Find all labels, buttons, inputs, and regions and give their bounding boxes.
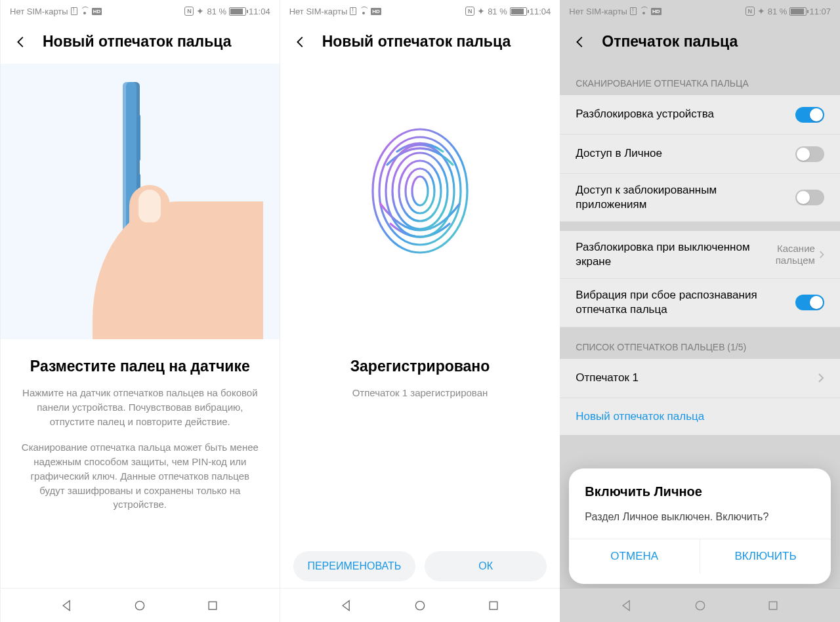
row-fingerprint-1[interactable]: Отпечаток 1 (560, 359, 840, 398)
dialog-enable-button[interactable]: ВКЛЮЧИТЬ (700, 539, 831, 573)
section-label-scan: СКАНИРОВАНИЕ ОТПЕЧАТКА ПАЛЬЦА (560, 64, 840, 95)
svg-rect-1 (209, 602, 217, 610)
row-vibrate-on-fail[interactable]: Вибрация при сбое распознавания отпечатк… (560, 279, 840, 327)
svg-point-8 (412, 176, 428, 205)
screen-fingerprint-settings: Нет SIM-карты HD N ✦ 81 % 11:07 Отпечато… (560, 0, 840, 622)
sim-icon (630, 7, 637, 15)
nav-recent-icon[interactable] (487, 599, 500, 612)
nav-bar (280, 588, 560, 622)
nav-recent-icon[interactable] (206, 599, 219, 612)
enroll-illustration (1, 64, 280, 339)
registered-title: Зарегистрировано (300, 358, 541, 375)
section-label-list: СПИСОК ОТПЕЧАТКОВ ПАЛЬЦЕВ (1/5) (560, 327, 840, 359)
nfc-icon: N (465, 7, 474, 16)
svg-point-0 (136, 601, 144, 610)
header: Отпечаток пальца (560, 22, 840, 64)
nfc-icon: N (184, 7, 194, 16)
instruction-paragraph-2: Сканирование отпечатка пальца может быть… (20, 440, 260, 512)
battery-icon (510, 7, 527, 16)
battery-icon (229, 7, 246, 16)
toggle-vibrate-on-fail[interactable] (795, 295, 824, 310)
clock: 11:04 (530, 7, 551, 16)
page-title: Отпечаток пальца (602, 33, 738, 51)
nav-bar (560, 588, 840, 622)
battery-pct: 81 % (488, 7, 507, 16)
battery-pct: 81 % (207, 7, 226, 16)
row-unlock-screen-off[interactable]: Разблокировка при выключенном экране Кас… (560, 231, 840, 279)
sim-icon (350, 7, 356, 15)
nav-recent-icon[interactable] (766, 599, 780, 612)
bluetooth-icon: ✦ (757, 6, 765, 16)
row-label: Доступ к заблокированным приложениям (576, 183, 772, 212)
back-icon[interactable] (14, 35, 28, 49)
page-title: Новый отпечаток пальца (322, 33, 511, 51)
fingerprint-illustration (280, 64, 560, 339)
bluetooth-icon: ✦ (477, 6, 485, 16)
page-title: Новый отпечаток пальца (43, 33, 232, 51)
carrier-text: Нет SIM-карты (289, 7, 348, 16)
toggle-safe-access[interactable] (795, 146, 824, 162)
status-bar: Нет SIM-карты HD N ✦ 81 % 11:04 (280, 0, 560, 22)
battery-pct: 81 % (768, 7, 788, 16)
svg-point-11 (696, 601, 704, 610)
svg-rect-12 (769, 602, 777, 610)
row-label: Доступ в Личное (576, 146, 662, 161)
wifi-icon (639, 7, 648, 16)
carrier-text: Нет SIM-карты (569, 7, 627, 16)
wifi-icon (80, 7, 89, 16)
svg-point-5 (392, 153, 448, 229)
nav-home-icon[interactable] (694, 599, 707, 612)
dialog-cancel-button[interactable]: ОТМЕНА (569, 539, 700, 573)
battery-icon (789, 7, 807, 16)
toggle-unlock-device[interactable] (795, 107, 824, 123)
svg-point-9 (415, 601, 424, 610)
svg-rect-10 (490, 602, 497, 610)
header: Новый отпечаток пальца (280, 22, 560, 64)
back-icon[interactable] (293, 35, 308, 49)
volte-icon: HD (371, 8, 381, 15)
rename-button[interactable]: ПЕРЕИМЕНОВАТЬ (293, 551, 415, 581)
bluetooth-icon: ✦ (196, 6, 204, 16)
row-unlock-device[interactable]: Разблокировка устройства (560, 95, 840, 135)
volte-icon: HD (651, 8, 662, 15)
header: Новый отпечаток пальца (1, 22, 280, 64)
fingerprint-icon (368, 125, 472, 257)
row-label: Разблокировка при выключенном экране (576, 240, 749, 269)
chevron-right-icon (818, 373, 824, 383)
screen-fingerprint-enroll-step: Нет SIM-карты HD N ✦ 81 % 11:04 Новый от… (0, 0, 280, 622)
toggle-applock-access[interactable] (795, 190, 824, 205)
clock: 11:07 (809, 7, 831, 16)
svg-point-4 (386, 145, 454, 237)
volte-icon: HD (92, 8, 102, 15)
nav-home-icon[interactable] (413, 599, 427, 612)
status-bar: Нет SIM-карты HD N ✦ 81 % 11:07 (560, 0, 840, 22)
svg-point-7 (406, 169, 434, 213)
nav-back-icon[interactable] (60, 599, 74, 612)
row-label: Разблокировка устройства (576, 107, 714, 121)
nav-bar (1, 588, 280, 622)
row-new-fingerprint[interactable]: Новый отпечаток пальца (560, 398, 840, 435)
ok-button[interactable]: ОК (425, 551, 547, 581)
instruction-title: Разместите палец на датчике (20, 358, 260, 375)
nav-back-icon[interactable] (620, 599, 633, 612)
registered-subtitle: Отпечаток 1 зарегистрирован (300, 386, 541, 400)
chevron-right-icon (819, 249, 824, 260)
row-label: Вибрация при сбое распознавания отпечатк… (576, 288, 772, 317)
status-bar: Нет SIM-карты HD N ✦ 81 % 11:04 (1, 0, 280, 22)
dialog-enable-safe: Включить Личное Раздел Личное выключен. … (569, 468, 831, 584)
dialog-message: Раздел Личное выключен. Включить? (585, 510, 815, 524)
back-icon[interactable] (573, 35, 587, 49)
instruction-paragraph-1: Нажмите на датчик отпечатков пальцев на … (20, 386, 260, 428)
carrier-text: Нет SIM-карты (10, 7, 68, 16)
nav-back-icon[interactable] (340, 599, 353, 612)
dialog-title: Включить Личное (585, 484, 815, 499)
sim-icon (71, 7, 77, 15)
row-safe-access[interactable]: Доступ в Личное (560, 135, 840, 174)
screen-fingerprint-registered: Нет SIM-карты HD N ✦ 81 % 11:04 Новый от… (280, 0, 560, 622)
wifi-icon (359, 7, 368, 16)
nfc-icon: N (746, 7, 755, 16)
row-label: Отпечаток 1 (576, 371, 639, 385)
row-applock-access[interactable]: Доступ к заблокированным приложениям (560, 174, 840, 222)
row-value: Касание пальцем (750, 243, 815, 266)
nav-home-icon[interactable] (133, 599, 146, 612)
